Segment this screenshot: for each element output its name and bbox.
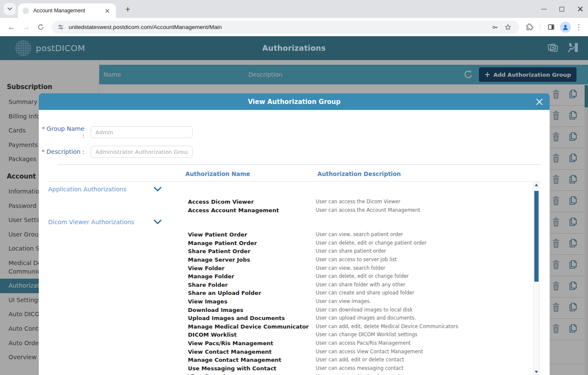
modal-body: * Group Name : * Description : Authoriza…	[39, 110, 550, 375]
auth-item-manage-folder: Manage FolderUser can delete, edit or ch…	[188, 272, 524, 281]
group-name-label: * Group Name :	[39, 125, 91, 139]
window-close-button[interactable]: ✕	[577, 5, 584, 13]
auth-item-view-report: View ReportUser can view patient order r…	[188, 372, 524, 375]
auth-item-name: Access Account Management	[188, 206, 316, 215]
modal-column-authorization-description: Authorization Description	[317, 170, 401, 177]
password-key-icon[interactable]	[489, 21, 502, 34]
auth-section-label: Application Authorizations	[48, 186, 153, 193]
site-info-icon[interactable]	[57, 23, 64, 31]
auth-item-description: User can add, edit, delete Medical Devic…	[316, 323, 524, 331]
auth-item-description: User can upload images and documents.	[316, 314, 524, 323]
auth-item-description: User can access the Dicom Viewer	[316, 198, 524, 206]
window-maximize-button[interactable]	[559, 7, 564, 12]
auth-section-dicom-viewer-authorizations[interactable]: Dicom Viewer Authorizations	[48, 219, 550, 225]
auth-item-description: User can access View Contact Management	[316, 348, 524, 356]
auth-item-name: View Patient Order	[188, 231, 316, 239]
auth-section-application-authorizations[interactable]: Application Authorizations	[48, 186, 550, 193]
app-body: SubscriptionSummaryBilling InfoCardsPaym…	[0, 60, 588, 375]
auth-item-share-folder: Share FolderUser can share folder with a…	[188, 281, 524, 289]
browser-tab[interactable]: Account Management ✕	[18, 3, 116, 18]
auth-item-view-patient-order: View Patient OrderUser can view, search …	[188, 231, 524, 239]
auth-item-view-contact-management: View Contact ManagementUser can access V…	[188, 348, 524, 356]
auth-item-dicom-worklist: DICOM WorklistUser can change DICOM Work…	[188, 331, 524, 339]
auth-item-name: Download Images	[188, 306, 316, 314]
extensions-puzzle-icon[interactable]	[523, 21, 536, 34]
bookmark-star-icon[interactable]	[502, 21, 514, 34]
tab-close-icon[interactable]: ✕	[103, 7, 112, 15]
auth-item-description: User can delete, edit or change folder	[316, 272, 524, 281]
auth-item-name: Access Dicom Viewer	[188, 198, 316, 206]
description-label: * Description :	[39, 148, 91, 155]
browser-menu-icon[interactable]: ⋮	[574, 23, 584, 32]
auth-item-manage-patient-order: Manage Patient OrderUser can delete, edi…	[188, 239, 524, 248]
image-cards-icon[interactable]	[546, 42, 559, 55]
auth-item-upload-images-and-documents: Upload Images and DocumentsUser can uplo…	[188, 314, 524, 323]
auth-item-description: User can access Pacs/Ris Management	[316, 339, 524, 348]
auth-item-description: User can view patient order report	[316, 372, 524, 375]
reload-button[interactable]	[33, 20, 48, 35]
auth-item-description: User can view images.	[316, 297, 524, 306]
auth-item-manage-server-jobs: Manage Server JobsUser can access to ser…	[188, 256, 524, 264]
modal-auth-sections: Application Authorizations Access Dicom …	[39, 186, 550, 375]
auth-item-description: User can access messaging contact	[316, 364, 524, 373]
window-minimize-button[interactable]	[541, 9, 547, 9]
auth-item-name: Manage Server Jobs	[188, 256, 316, 264]
auth-item-manage-medical-device-communicator: Manage Medical Device CommunicatorUser c…	[188, 323, 524, 331]
browser-tabstrip: Account Management ✕ + ✕	[0, 0, 588, 18]
auth-item-view-images: View ImagesUser can view images.	[188, 297, 524, 306]
modal-scrollbar[interactable]	[533, 182, 539, 375]
logout-icon[interactable]	[566, 42, 579, 55]
auth-item-description: User can access to server job list	[316, 256, 524, 264]
auth-item-name: Manage Folder	[188, 272, 316, 281]
profile-avatar[interactable]	[560, 22, 571, 33]
modal-title: View Authorization Group	[248, 98, 341, 106]
close-icon[interactable]	[535, 97, 544, 107]
browser-toolbar: ← → unitedstateswest.postdicom.com/Accou…	[0, 18, 588, 36]
auth-item-description: User can share folder with any other	[316, 281, 524, 289]
tab-search-button[interactable]	[4, 3, 16, 15]
app-header: postDICOM Authorizations	[0, 36, 588, 60]
new-tab-button[interactable]: +	[122, 4, 134, 16]
modal-scrollbar-thumb[interactable]	[534, 191, 539, 282]
auth-item-share-an-upload-folder: Share an Upload FolderUser can create an…	[188, 289, 524, 297]
reload-icon	[37, 23, 44, 31]
auth-item-description: User can add, edit or delete contact	[316, 356, 524, 364]
auth-item-name: Share Patient Order	[188, 247, 316, 256]
auth-item-name: Upload Images and Documents	[188, 314, 316, 323]
auth-item-access-dicom-viewer: Access Dicom ViewerUser can access the D…	[188, 198, 524, 206]
chevron-down-icon	[7, 7, 12, 11]
auth-item-name: View Folder	[188, 264, 316, 273]
auth-item-name: Manage Patient Order	[188, 239, 316, 248]
view-authorization-group-modal: View Authorization Group * Group Name : …	[39, 93, 550, 375]
auth-item-share-patient-order: Share Patient OrderUser can share patien…	[188, 247, 524, 256]
auth-item-name: View Contact Management	[188, 348, 316, 356]
url-input[interactable]: unitedstateswest.postdicom.com/AccountMa…	[69, 24, 489, 30]
auth-item-description: User can access the Account Management	[316, 206, 524, 215]
toolbar-divider	[540, 23, 540, 31]
divider	[47, 181, 541, 182]
chevron-down-icon[interactable]	[153, 187, 162, 192]
favicon-dotted-globe-icon	[22, 7, 29, 14]
auth-item-name: Manage Contact Management	[188, 356, 316, 364]
scroll-down-arrow-icon[interactable]	[535, 371, 538, 373]
tab-title: Account Management	[33, 8, 103, 14]
side-panel-icon[interactable]	[545, 21, 557, 34]
auth-item-description: User can share patient order	[316, 247, 524, 256]
auth-section-label: Dicom Viewer Authorizations	[48, 219, 153, 225]
group-name-field[interactable]	[91, 126, 193, 138]
modal-column-authorization-name: Authorization Name	[185, 170, 317, 177]
chevron-down-icon[interactable]	[153, 219, 162, 225]
auth-item-description: User can download images to local disk	[316, 306, 524, 314]
auth-item-download-images: Download ImagesUser can download images …	[188, 306, 524, 314]
auth-item-use-messaging-with-contact: Use Messaging with ContactUser can acces…	[188, 364, 524, 373]
auth-item-name: View Report	[188, 372, 316, 375]
description-field[interactable]	[91, 146, 193, 158]
auth-item-name: View Pacs/Ris Management	[188, 339, 316, 348]
url-bar[interactable]: unitedstateswest.postdicom.com/AccountMa…	[52, 21, 519, 34]
back-button[interactable]: ←	[4, 20, 19, 35]
forward-button[interactable]: →	[19, 20, 33, 35]
auth-item-description: User can view, search patient order	[316, 231, 524, 239]
auth-item-description: User can create and share upload folder	[316, 289, 524, 297]
scroll-up-arrow-icon[interactable]	[535, 184, 538, 186]
auth-item-description: User can change DICOM Worklist settings	[316, 331, 524, 339]
